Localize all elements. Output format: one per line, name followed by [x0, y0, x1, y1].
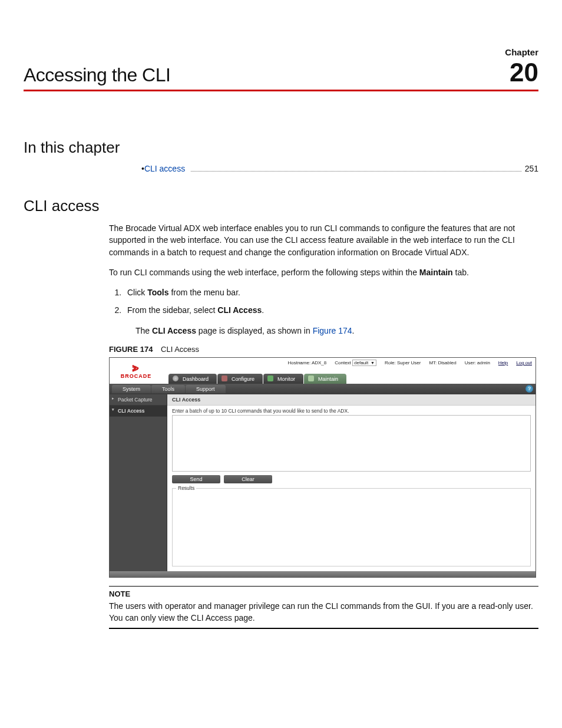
brocade-logo: ⪢ BROCADE: [110, 363, 163, 379]
configure-icon: [222, 375, 227, 381]
sidebar-item-cli-access[interactable]: CLI Access: [110, 406, 167, 417]
section-in-this-chapter: In this chapter: [24, 139, 538, 157]
figure-caption: FIGURE 174 CLI Access: [109, 345, 538, 354]
figure-screenshot: ⪢ BROCADE Hostname: ADX_8 Context defaul…: [109, 357, 536, 578]
user-label: User: admin: [465, 360, 490, 365]
tab-maintain[interactable]: Maintain: [304, 374, 346, 384]
role-label: Role: Super User: [385, 360, 421, 365]
brocade-logo-text: BROCADE: [121, 373, 152, 379]
subtab-support[interactable]: Support: [186, 385, 226, 393]
results-legend: Results: [176, 485, 196, 491]
logout-link[interactable]: Log out: [516, 360, 532, 365]
instruction-text: Enter a batch of up to 10 CLI commands t…: [172, 408, 531, 414]
paragraph-steps-intro: To run CLI commands using the web interf…: [109, 266, 538, 278]
clear-button[interactable]: Clear: [224, 475, 272, 483]
sidebar: Packet Capture CLI Access: [110, 394, 167, 571]
brocade-logo-icon: ⪢: [131, 363, 141, 373]
figure-label: FIGURE 174: [109, 345, 153, 354]
results-fieldset: Results: [172, 488, 531, 566]
chapter-number: 20: [510, 60, 538, 85]
button-row: Send Clear: [172, 475, 531, 483]
help-icon[interactable]: ?: [525, 385, 533, 393]
sub-menu-bar: System Tools Support ?: [110, 384, 535, 394]
step-2-result: The CLI Access page is displayed, as sho…: [135, 325, 538, 337]
tab-dashboard[interactable]: Dashboard: [168, 374, 217, 384]
main-panel: CLI Access Enter a batch of up to 10 CLI…: [167, 394, 535, 571]
monitor-icon: [267, 375, 273, 381]
subtab-system[interactable]: System: [112, 385, 151, 393]
toc-page-number: 251: [525, 164, 538, 173]
cli-commands-textarea[interactable]: [172, 415, 531, 472]
toc-link-cli-access[interactable]: CLI access: [144, 164, 185, 173]
chevron-down-icon: ▼: [371, 361, 375, 365]
step-2: From the sidebar, select CLI Access.: [124, 304, 538, 316]
maintain-icon: [308, 375, 314, 381]
chapter-label: Chapter: [24, 47, 538, 57]
step-1: Click Tools from the menu bar.: [124, 286, 538, 298]
note-block: NOTE The users with operator and manager…: [109, 586, 538, 628]
send-button[interactable]: Send: [172, 475, 220, 483]
chapter-title-row: Accessing the CLI 20: [24, 60, 538, 91]
toc-dots: [191, 171, 521, 172]
steps-list: Click Tools from the menu bar. From the …: [124, 286, 538, 317]
subtab-tools[interactable]: Tools: [151, 385, 185, 393]
sidebar-item-packet-capture[interactable]: Packet Capture: [110, 394, 167, 406]
tab-configure[interactable]: Configure: [217, 374, 263, 384]
note-label: NOTE: [109, 589, 538, 600]
panel-body: Enter a batch of up to 10 CLI commands t…: [167, 406, 535, 571]
tab-monitor[interactable]: Monitor: [263, 374, 303, 384]
paragraph-intro: The Brocade Virtual ADX web interface en…: [109, 222, 538, 258]
toc-row: • CLI access 251: [141, 164, 538, 173]
section-cli-access: CLI access: [24, 197, 538, 215]
main-tabs: Dashboard Configure Monitor Maintain: [168, 374, 346, 384]
figure-title: CLI Access: [161, 345, 199, 354]
mt-label: MT: Disabled: [429, 360, 456, 365]
context-block: Context default ▼: [335, 360, 376, 366]
header-info-bar: Hostname: ADX_8 Context default ▼ Role: …: [287, 360, 532, 366]
hostname-label: Hostname: ADX_8: [287, 360, 326, 365]
context-dropdown[interactable]: default ▼: [352, 360, 376, 366]
note-text: The users with operator and manager priv…: [109, 600, 538, 624]
help-link[interactable]: Help: [498, 360, 508, 365]
figure-174-link[interactable]: Figure 174: [313, 326, 352, 335]
app-header: ⪢ BROCADE Hostname: ADX_8 Context defaul…: [110, 358, 535, 384]
dashboard-icon: [173, 375, 178, 381]
panel-title: CLI Access: [167, 394, 535, 406]
app-footer: [110, 571, 535, 577]
chapter-title: Accessing the CLI: [24, 64, 170, 86]
app-body: Packet Capture CLI Access CLI Access Ent…: [110, 394, 535, 571]
